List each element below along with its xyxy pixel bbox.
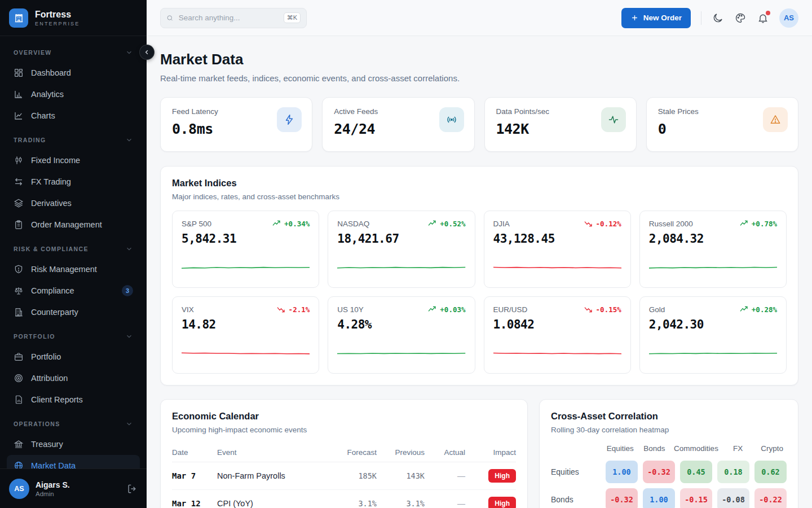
- user-panel[interactable]: AS Aigars S. Admin: [0, 468, 147, 508]
- logout-icon[interactable]: [126, 483, 138, 494]
- index-value: 2,084.32: [649, 232, 777, 246]
- col-header-impact: Impact: [465, 448, 516, 457]
- target-icon: [14, 373, 24, 383]
- notifications-button[interactable]: [757, 12, 769, 24]
- heatmap-row: Bonds -0.32 1.00 -0.15 -0.08 -0.22: [551, 488, 787, 508]
- index-name: Russell 2000: [649, 220, 693, 228]
- event-forecast: 185K: [326, 471, 377, 480]
- charts-icon: [14, 111, 24, 121]
- index-change: +0.78%: [739, 219, 777, 228]
- new-order-button[interactable]: New Order: [621, 8, 691, 28]
- sidebar-section-portfolio[interactable]: PORTFOLIO: [0, 331, 147, 342]
- section-label: OVERVIEW: [14, 49, 52, 56]
- sidebar-section-risk-compliance[interactable]: RISK & COMPLIANCE: [0, 243, 147, 255]
- calendar-table: Date Event Forecast Previous Actual Impa…: [172, 443, 516, 508]
- sidebar-item-market-data[interactable]: Market Data: [7, 455, 140, 468]
- index-card-us10y[interactable]: US 10Y +0.03% 4.28%: [328, 296, 475, 374]
- sidebar-section-operations[interactable]: OPERATIONS: [0, 418, 147, 430]
- building-icon: [14, 307, 24, 317]
- bank-icon: [14, 439, 24, 449]
- index-card-vix[interactable]: VIX -2.1% 14.82: [172, 296, 319, 374]
- event-forecast: 3.1%: [326, 499, 377, 508]
- sparkline: [649, 346, 777, 361]
- index-card-nasdaq[interactable]: NASDAQ +0.52% 18,421.67: [328, 211, 475, 288]
- index-card-djia[interactable]: DJIA -0.12% 43,128.45: [484, 211, 631, 288]
- stats-row: Feed Latency 0.8ms Active Feeds 24/24 Da…: [160, 97, 798, 152]
- heatmap-cell: -0.08: [717, 488, 749, 508]
- index-change: +0.34%: [272, 219, 310, 228]
- trending-up-icon: [739, 305, 748, 314]
- index-name: S&P 500: [182, 220, 211, 228]
- sidebar-item-analytics[interactable]: Analytics: [7, 84, 140, 105]
- sidebar-item-label: Compliance: [31, 286, 114, 295]
- sidebar-item-fixed-income[interactable]: Fixed Income: [7, 150, 140, 171]
- sidebar-item-charts[interactable]: Charts: [7, 105, 140, 126]
- briefcase-icon: [14, 352, 24, 362]
- event-date: Mar 7: [172, 471, 217, 480]
- dark-mode-toggle[interactable]: [712, 12, 724, 24]
- swap-arrows-icon: [14, 177, 24, 187]
- index-name: EUR/USD: [493, 305, 528, 314]
- theme-picker-button[interactable]: [734, 12, 747, 24]
- trending-down-icon: [276, 305, 285, 314]
- sidebar-item-compliance[interactable]: Compliance 3: [7, 280, 140, 301]
- calendar-header-row: Date Event Forecast Previous Actual Impa…: [172, 443, 516, 462]
- event-previous: 3.1%: [377, 499, 425, 508]
- sidebar-item-label: Risk Management: [31, 265, 133, 274]
- chevron-down-icon: [125, 49, 133, 56]
- search-shortcut-kbd: ⌘K: [284, 12, 301, 23]
- sidebar-item-treasury[interactable]: Treasury: [7, 433, 140, 455]
- table-row[interactable]: Mar 12 CPI (YoY) 3.1% 3.1% — High: [172, 490, 516, 508]
- event-date: Mar 12: [172, 499, 217, 508]
- user-role: Admin: [36, 491, 120, 497]
- table-row[interactable]: Mar 7 Non-Farm Payrolls 185K 143K — High: [172, 462, 516, 490]
- notification-dot: [766, 11, 770, 15]
- sparkline: [493, 346, 621, 361]
- index-value: 14.82: [182, 318, 310, 331]
- heatmap-col-label: Commodities: [674, 444, 718, 453]
- sidebar-item-order-management[interactable]: Order Management: [7, 214, 140, 235]
- index-card-eurusd[interactable]: EUR/USD -0.15% 1.0842: [484, 296, 631, 374]
- analytics-icon: [14, 89, 24, 99]
- heatmap-cell: 0.45: [680, 461, 712, 483]
- heatmap-cell: -0.22: [754, 488, 787, 508]
- sparkline: [182, 260, 310, 275]
- trending-up-icon: [739, 219, 748, 228]
- index-change: +0.52%: [427, 219, 465, 228]
- sidebar-item-risk-management[interactable]: Risk Management: [7, 259, 140, 280]
- col-header-actual: Actual: [425, 448, 465, 457]
- warning-icon: [763, 107, 788, 132]
- sidebar: Fortress ENTERPRISE OVERVIEW Dashboard A…: [0, 0, 147, 508]
- heatmap-row-label: Equities: [551, 467, 601, 476]
- sidebar-collapse-button[interactable]: [139, 45, 155, 60]
- section-label: TRADING: [14, 137, 46, 143]
- sidebar-item-client-reports[interactable]: Client Reports: [7, 389, 140, 410]
- sidebar-nav: OVERVIEW Dashboard Analytics Charts: [0, 36, 147, 468]
- heatmap-cell: 1.00: [643, 488, 675, 508]
- calendar-subtitle: Upcoming high-impact economic events: [172, 426, 516, 434]
- index-card-sp500[interactable]: S&P 500 +0.34% 5,842.31: [172, 211, 319, 288]
- sidebar-section-trading[interactable]: TRADING: [0, 134, 147, 146]
- search-input[interactable]: [179, 14, 279, 22]
- sidebar-item-portfolio[interactable]: Portfolio: [7, 346, 140, 367]
- index-change: -0.15%: [584, 305, 621, 314]
- sidebar-item-dashboard[interactable]: Dashboard: [7, 62, 140, 84]
- topbar-avatar[interactable]: AS: [779, 8, 798, 28]
- index-card-gold[interactable]: Gold +0.28% 2,042.30: [639, 296, 787, 374]
- section-label: RISK & COMPLIANCE: [14, 246, 89, 252]
- search-icon: [166, 14, 174, 23]
- index-card-russell2000[interactable]: Russell 2000 +0.78% 2,084.32: [639, 211, 787, 288]
- sidebar-item-counterparty[interactable]: Counterparty: [7, 301, 140, 323]
- sidebar-item-fx-trading[interactable]: FX Trading: [7, 171, 140, 192]
- sidebar-item-derivatives[interactable]: Derivatives: [7, 192, 140, 214]
- heatmap-cell: 1.00: [606, 461, 638, 483]
- heatmap-row-label: Bonds: [551, 495, 601, 504]
- page-title: Market Data: [160, 51, 798, 68]
- col-header-forecast: Forecast: [326, 448, 377, 457]
- search-box[interactable]: ⌘K: [160, 8, 307, 28]
- sidebar-item-attribution[interactable]: Attribution: [7, 367, 140, 389]
- sidebar-item-label: Client Reports: [31, 395, 133, 404]
- index-value: 18,421.67: [337, 232, 465, 246]
- sidebar-item-label: Analytics: [31, 90, 133, 99]
- sidebar-section-overview[interactable]: OVERVIEW: [0, 47, 147, 58]
